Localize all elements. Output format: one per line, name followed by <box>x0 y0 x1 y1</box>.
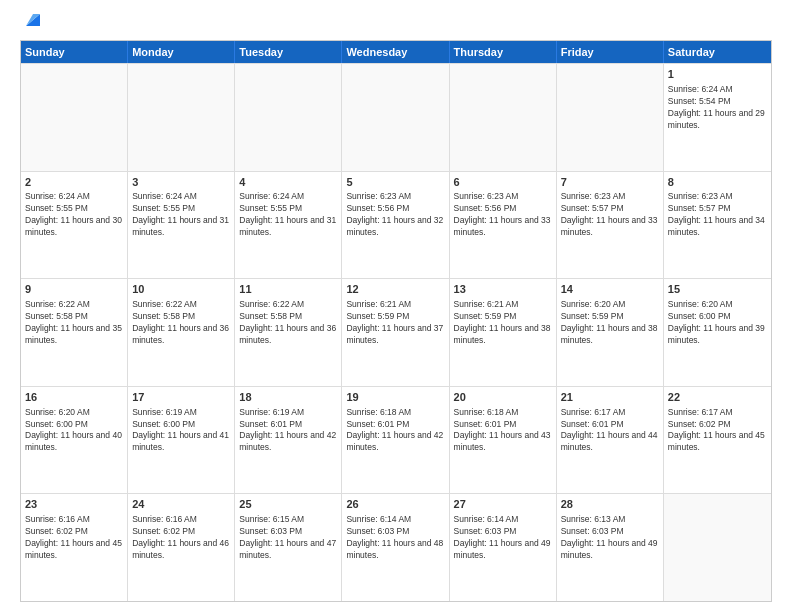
day-cell-13: 13Sunrise: 6:21 AM Sunset: 5:59 PM Dayli… <box>450 279 557 386</box>
day-info: Sunrise: 6:20 AM Sunset: 6:00 PM Dayligh… <box>668 299 767 347</box>
day-cell-17: 17Sunrise: 6:19 AM Sunset: 6:00 PM Dayli… <box>128 387 235 494</box>
day-number: 17 <box>132 390 230 405</box>
logo-icon <box>22 8 44 30</box>
day-number: 14 <box>561 282 659 297</box>
day-number: 8 <box>668 175 767 190</box>
week-row-5: 23Sunrise: 6:16 AM Sunset: 6:02 PM Dayli… <box>21 493 771 601</box>
calendar: SundayMondayTuesdayWednesdayThursdayFrid… <box>20 40 772 602</box>
day-number: 12 <box>346 282 444 297</box>
week-row-3: 9Sunrise: 6:22 AM Sunset: 5:58 PM Daylig… <box>21 278 771 386</box>
day-cell-23: 23Sunrise: 6:16 AM Sunset: 6:02 PM Dayli… <box>21 494 128 601</box>
day-info: Sunrise: 6:21 AM Sunset: 5:59 PM Dayligh… <box>346 299 444 347</box>
day-header-monday: Monday <box>128 41 235 63</box>
day-cell-19: 19Sunrise: 6:18 AM Sunset: 6:01 PM Dayli… <box>342 387 449 494</box>
day-number: 18 <box>239 390 337 405</box>
empty-cell <box>128 64 235 171</box>
day-header-tuesday: Tuesday <box>235 41 342 63</box>
day-info: Sunrise: 6:24 AM Sunset: 5:54 PM Dayligh… <box>668 84 767 132</box>
day-number: 19 <box>346 390 444 405</box>
day-number: 4 <box>239 175 337 190</box>
day-number: 20 <box>454 390 552 405</box>
day-info: Sunrise: 6:17 AM Sunset: 6:01 PM Dayligh… <box>561 407 659 455</box>
empty-cell <box>557 64 664 171</box>
day-cell-21: 21Sunrise: 6:17 AM Sunset: 6:01 PM Dayli… <box>557 387 664 494</box>
day-info: Sunrise: 6:18 AM Sunset: 6:01 PM Dayligh… <box>454 407 552 455</box>
day-number: 16 <box>25 390 123 405</box>
day-number: 21 <box>561 390 659 405</box>
day-number: 27 <box>454 497 552 512</box>
day-header-wednesday: Wednesday <box>342 41 449 63</box>
day-header-saturday: Saturday <box>664 41 771 63</box>
day-cell-14: 14Sunrise: 6:20 AM Sunset: 5:59 PM Dayli… <box>557 279 664 386</box>
day-header-sunday: Sunday <box>21 41 128 63</box>
day-number: 3 <box>132 175 230 190</box>
day-cell-27: 27Sunrise: 6:14 AM Sunset: 6:03 PM Dayli… <box>450 494 557 601</box>
day-info: Sunrise: 6:23 AM Sunset: 5:57 PM Dayligh… <box>561 191 659 239</box>
day-number: 24 <box>132 497 230 512</box>
day-info: Sunrise: 6:21 AM Sunset: 5:59 PM Dayligh… <box>454 299 552 347</box>
day-info: Sunrise: 6:19 AM Sunset: 6:01 PM Dayligh… <box>239 407 337 455</box>
day-cell-5: 5Sunrise: 6:23 AM Sunset: 5:56 PM Daylig… <box>342 172 449 279</box>
day-cell-10: 10Sunrise: 6:22 AM Sunset: 5:58 PM Dayli… <box>128 279 235 386</box>
day-cell-22: 22Sunrise: 6:17 AM Sunset: 6:02 PM Dayli… <box>664 387 771 494</box>
day-number: 22 <box>668 390 767 405</box>
day-number: 1 <box>668 67 767 82</box>
week-row-1: 1Sunrise: 6:24 AM Sunset: 5:54 PM Daylig… <box>21 63 771 171</box>
day-number: 28 <box>561 497 659 512</box>
day-info: Sunrise: 6:18 AM Sunset: 6:01 PM Dayligh… <box>346 407 444 455</box>
empty-cell <box>342 64 449 171</box>
day-info: Sunrise: 6:22 AM Sunset: 5:58 PM Dayligh… <box>239 299 337 347</box>
page-header <box>20 16 772 30</box>
day-info: Sunrise: 6:15 AM Sunset: 6:03 PM Dayligh… <box>239 514 337 562</box>
day-info: Sunrise: 6:22 AM Sunset: 5:58 PM Dayligh… <box>25 299 123 347</box>
day-info: Sunrise: 6:22 AM Sunset: 5:58 PM Dayligh… <box>132 299 230 347</box>
day-cell-28: 28Sunrise: 6:13 AM Sunset: 6:03 PM Dayli… <box>557 494 664 601</box>
day-cell-24: 24Sunrise: 6:16 AM Sunset: 6:02 PM Dayli… <box>128 494 235 601</box>
day-number: 5 <box>346 175 444 190</box>
day-cell-11: 11Sunrise: 6:22 AM Sunset: 5:58 PM Dayli… <box>235 279 342 386</box>
day-cell-18: 18Sunrise: 6:19 AM Sunset: 6:01 PM Dayli… <box>235 387 342 494</box>
day-cell-2: 2Sunrise: 6:24 AM Sunset: 5:55 PM Daylig… <box>21 172 128 279</box>
day-info: Sunrise: 6:20 AM Sunset: 5:59 PM Dayligh… <box>561 299 659 347</box>
day-info: Sunrise: 6:13 AM Sunset: 6:03 PM Dayligh… <box>561 514 659 562</box>
empty-cell <box>21 64 128 171</box>
week-row-4: 16Sunrise: 6:20 AM Sunset: 6:00 PM Dayli… <box>21 386 771 494</box>
day-number: 9 <box>25 282 123 297</box>
day-number: 2 <box>25 175 123 190</box>
day-number: 13 <box>454 282 552 297</box>
day-info: Sunrise: 6:16 AM Sunset: 6:02 PM Dayligh… <box>132 514 230 562</box>
day-cell-20: 20Sunrise: 6:18 AM Sunset: 6:01 PM Dayli… <box>450 387 557 494</box>
day-info: Sunrise: 6:14 AM Sunset: 6:03 PM Dayligh… <box>454 514 552 562</box>
day-cell-26: 26Sunrise: 6:14 AM Sunset: 6:03 PM Dayli… <box>342 494 449 601</box>
day-cell-9: 9Sunrise: 6:22 AM Sunset: 5:58 PM Daylig… <box>21 279 128 386</box>
day-number: 23 <box>25 497 123 512</box>
day-cell-25: 25Sunrise: 6:15 AM Sunset: 6:03 PM Dayli… <box>235 494 342 601</box>
day-number: 15 <box>668 282 767 297</box>
day-info: Sunrise: 6:24 AM Sunset: 5:55 PM Dayligh… <box>25 191 123 239</box>
empty-cell <box>235 64 342 171</box>
day-info: Sunrise: 6:23 AM Sunset: 5:57 PM Dayligh… <box>668 191 767 239</box>
day-cell-6: 6Sunrise: 6:23 AM Sunset: 5:56 PM Daylig… <box>450 172 557 279</box>
day-number: 11 <box>239 282 337 297</box>
day-cell-12: 12Sunrise: 6:21 AM Sunset: 5:59 PM Dayli… <box>342 279 449 386</box>
day-cell-16: 16Sunrise: 6:20 AM Sunset: 6:00 PM Dayli… <box>21 387 128 494</box>
day-info: Sunrise: 6:24 AM Sunset: 5:55 PM Dayligh… <box>132 191 230 239</box>
day-cell-1: 1Sunrise: 6:24 AM Sunset: 5:54 PM Daylig… <box>664 64 771 171</box>
day-info: Sunrise: 6:23 AM Sunset: 5:56 PM Dayligh… <box>454 191 552 239</box>
day-cell-8: 8Sunrise: 6:23 AM Sunset: 5:57 PM Daylig… <box>664 172 771 279</box>
day-number: 7 <box>561 175 659 190</box>
calendar-header: SundayMondayTuesdayWednesdayThursdayFrid… <box>21 41 771 63</box>
logo <box>20 16 44 30</box>
day-cell-3: 3Sunrise: 6:24 AM Sunset: 5:55 PM Daylig… <box>128 172 235 279</box>
empty-cell <box>450 64 557 171</box>
day-number: 6 <box>454 175 552 190</box>
day-cell-7: 7Sunrise: 6:23 AM Sunset: 5:57 PM Daylig… <box>557 172 664 279</box>
empty-cell <box>664 494 771 601</box>
day-info: Sunrise: 6:14 AM Sunset: 6:03 PM Dayligh… <box>346 514 444 562</box>
week-row-2: 2Sunrise: 6:24 AM Sunset: 5:55 PM Daylig… <box>21 171 771 279</box>
day-number: 10 <box>132 282 230 297</box>
day-info: Sunrise: 6:16 AM Sunset: 6:02 PM Dayligh… <box>25 514 123 562</box>
day-info: Sunrise: 6:20 AM Sunset: 6:00 PM Dayligh… <box>25 407 123 455</box>
day-info: Sunrise: 6:19 AM Sunset: 6:00 PM Dayligh… <box>132 407 230 455</box>
day-cell-15: 15Sunrise: 6:20 AM Sunset: 6:00 PM Dayli… <box>664 279 771 386</box>
